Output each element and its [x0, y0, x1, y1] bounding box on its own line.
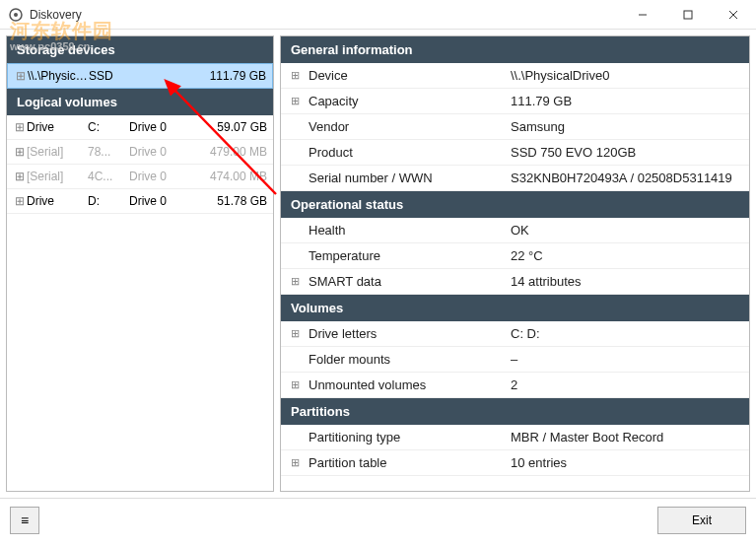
volume-size: 59.07 GB	[186, 120, 267, 134]
info-value: 2	[511, 377, 739, 392]
device-type: SSD	[89, 69, 146, 83]
info-row[interactable]: Partitioning typeMBR / Master Boot Recor…	[281, 425, 749, 450]
info-row[interactable]: ⊞Capacity111.79 GB	[281, 89, 749, 114]
volume-size: 474.00 MB	[186, 170, 267, 183]
expand-icon[interactable]: ⊞	[291, 275, 309, 288]
svg-rect-3	[684, 11, 692, 19]
storage-devices-header: Storage devices	[7, 36, 273, 63]
info-key: SMART data	[309, 274, 511, 289]
volume-drive: Drive 0	[129, 145, 186, 159]
info-key: Unmounted volumes	[309, 377, 511, 392]
info-section-header: Operational status	[281, 191, 749, 218]
menu-button[interactable]: ≡	[10, 507, 39, 534]
expand-icon[interactable]: ⊞	[13, 120, 27, 134]
info-key: Capacity	[309, 94, 511, 108]
info-key: Vendor	[309, 119, 511, 134]
info-row[interactable]: ⊞SMART data14 attributes	[281, 269, 749, 295]
close-button[interactable]	[711, 0, 756, 30]
volume-row[interactable]: ⊞DriveD:Drive 051.78 GB	[7, 189, 273, 214]
info-section-header: General information	[281, 36, 749, 63]
info-row[interactable]: HealthOK	[281, 218, 749, 243]
expand-icon[interactable]: ⊞	[13, 194, 27, 208]
info-value: \\.\PhysicalDrive0	[511, 68, 739, 83]
volume-kind: Drive	[27, 194, 88, 208]
info-key: Device	[309, 68, 511, 83]
volume-letter: C:	[88, 120, 129, 134]
info-key: Temperature	[309, 248, 511, 263]
info-row[interactable]: ⊞Partition table10 entries	[281, 450, 749, 476]
volume-row[interactable]: ⊞DriveC:Drive 059.07 GB	[7, 115, 273, 140]
info-key: Serial number / WWN	[309, 171, 511, 185]
info-row[interactable]: ⊞Drive lettersC: D:	[281, 321, 749, 347]
info-value: C: D:	[511, 326, 739, 341]
expand-icon[interactable]: ⊞	[14, 69, 28, 83]
volume-kind: [Serial]	[27, 145, 88, 159]
info-row[interactable]: VendorSamsung	[281, 114, 749, 140]
info-row[interactable]: ProductSSD 750 EVO 120GB	[281, 140, 749, 166]
info-key: Health	[309, 223, 511, 238]
volume-drive: Drive 0	[129, 170, 186, 183]
minimize-button[interactable]	[620, 0, 665, 30]
info-value: MBR / Master Boot Record	[511, 430, 739, 444]
volume-letter: 78...	[88, 145, 129, 159]
volume-letter: 4C...	[88, 170, 129, 183]
info-value: –	[511, 352, 739, 367]
info-row[interactable]: Folder mounts–	[281, 347, 749, 373]
info-value: 111.79 GB	[511, 94, 739, 108]
expand-icon[interactable]: ⊞	[291, 95, 309, 107]
info-key: Folder mounts	[309, 352, 511, 367]
volume-drive: Drive 0	[129, 120, 186, 134]
svg-point-1	[14, 13, 18, 17]
volume-letter: D:	[88, 194, 129, 208]
info-value: Samsung	[511, 119, 739, 134]
volume-size: 479.00 MB	[186, 145, 267, 159]
expand-icon[interactable]: ⊞	[13, 170, 27, 183]
info-value: 14 attributes	[511, 274, 739, 289]
info-key: Partitioning type	[309, 430, 511, 444]
info-value: OK	[511, 223, 739, 238]
logical-volumes-header: Logical volumes	[7, 89, 273, 115]
volume-size: 51.78 GB	[186, 194, 267, 208]
expand-icon[interactable]: ⊞	[291, 456, 309, 469]
info-key: Drive letters	[309, 326, 511, 341]
device-size: 111.79 GB	[146, 69, 266, 83]
info-section-header: Volumes	[281, 295, 749, 321]
info-key: Partition table	[309, 455, 511, 470]
exit-button[interactable]: Exit	[657, 507, 746, 534]
volume-drive: Drive 0	[129, 194, 186, 208]
expand-icon[interactable]: ⊞	[291, 378, 309, 391]
expand-icon[interactable]: ⊞	[13, 145, 27, 159]
info-value: SSD 750 EVO 120GB	[511, 145, 739, 160]
expand-icon[interactable]: ⊞	[291, 69, 309, 82]
info-section-header: Partitions	[281, 398, 749, 425]
info-row[interactable]: Serial number / WWNS32KNB0H720493A / 025…	[281, 166, 749, 191]
device-name: \\.\Physical...	[28, 69, 89, 83]
info-row[interactable]: Temperature22 °C	[281, 243, 749, 269]
info-row[interactable]: ⊞Device\\.\PhysicalDrive0	[281, 63, 749, 89]
info-value: 10 entries	[511, 455, 739, 470]
expand-icon[interactable]: ⊞	[291, 327, 309, 340]
left-panel: Storage devices ⊞ \\.\Physical... SSD 11…	[6, 35, 274, 492]
info-key: Product	[309, 145, 511, 160]
bottom-bar: ≡ Exit	[0, 498, 756, 541]
volume-kind: [Serial]	[27, 170, 88, 183]
info-row[interactable]: ⊞Unmounted volumes2	[281, 373, 749, 398]
maximize-button[interactable]	[665, 0, 711, 30]
volume-row[interactable]: ⊞[Serial]78...Drive 0479.00 MB	[7, 140, 273, 165]
volume-kind: Drive	[27, 120, 88, 134]
titlebar: Diskovery	[0, 0, 756, 30]
volume-row[interactable]: ⊞[Serial]4C...Drive 0474.00 MB	[7, 165, 273, 189]
storage-device-row[interactable]: ⊞ \\.\Physical... SSD 111.79 GB	[7, 63, 273, 89]
window-title: Diskovery	[30, 8, 82, 22]
info-value: S32KNB0H720493A / 02508D5311419	[511, 171, 739, 185]
app-icon	[8, 7, 24, 23]
info-value: 22 °C	[511, 248, 739, 263]
right-panel[interactable]: General information⊞Device\\.\PhysicalDr…	[280, 35, 750, 492]
